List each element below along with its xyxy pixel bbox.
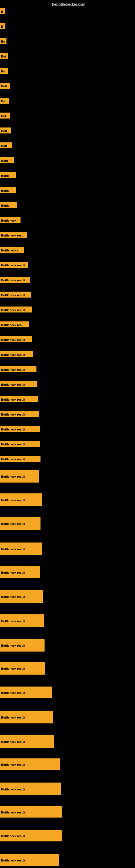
bar-item: Bottl: [0, 157, 14, 163]
bar-label: Bottleneck result: [0, 456, 41, 462]
bar-label: Bottle: [0, 202, 17, 208]
bar-item: Bottleneck result: [0, 470, 39, 483]
bar-item: Bo: [0, 98, 9, 104]
bar-label: Bottleneck result: [0, 307, 32, 312]
bar-label: Bottleneck result: [0, 854, 59, 866]
bar-label: Bottleneck result: [0, 381, 37, 387]
bar-item: Bottleneck result: [0, 782, 61, 795]
bar-label: Bottleneck result: [0, 758, 60, 770]
bar-item: Bottleneck result: [0, 590, 43, 603]
bar-item: Bottleneck result: [0, 351, 33, 357]
bar-item: Bottleneck resu: [0, 321, 29, 328]
bar-label: Bottle: [0, 172, 16, 178]
bar-item: Bott: [0, 143, 12, 148]
bar-item: Bottleneck result: [0, 291, 31, 298]
bar-item: Bot: [0, 113, 10, 119]
bar-item: Bo: [0, 38, 6, 44]
bar-item: Bottleneck result: [0, 758, 60, 770]
bar-item: Bottleneck result: [0, 493, 42, 506]
bar-label: Bottleneck result: [0, 262, 28, 268]
bar-label: Bottleneck result: [0, 517, 41, 530]
bar-label: Bot: [0, 53, 8, 59]
bar-item: Bottleneck resu: [0, 232, 27, 238]
bar-label: Bottleneck result: [0, 711, 53, 723]
bar-label: Bott: [0, 127, 11, 133]
bar-label: B: [0, 8, 5, 14]
bar-label: Bottleneck result: [0, 806, 62, 817]
bar-item: Bottleneck result: [0, 441, 40, 447]
bar-label: Bott: [0, 143, 12, 148]
bar-label: Bottleneck result: [0, 411, 39, 417]
bar-item: Bottleneck result: [0, 854, 59, 866]
bar-item: Bottleneck result: [0, 711, 53, 723]
bar-label: Bottleneck result: [0, 590, 43, 603]
bar-item: Bottleneck: [0, 217, 20, 223]
bar-item: Bottleneck result: [0, 307, 32, 312]
bar-item: Bottleneck result: [0, 662, 45, 675]
bar-item: Bottleneck result: [0, 381, 37, 387]
bar-item: Bottleneck result: [0, 542, 42, 555]
bar-label: Bottleneck result: [0, 735, 54, 748]
bar-item: B: [0, 23, 5, 29]
bar-item: Bottleneck result: [0, 366, 37, 372]
bar-label: Bottleneck result: [0, 639, 45, 652]
bar-label: Bottleneck result: [0, 396, 38, 402]
bar-item: Bottleneck result: [0, 396, 38, 402]
bar-label: Bottleneck result: [0, 493, 42, 506]
bar-item: Bottleneck result: [0, 806, 62, 817]
bar-label: Bottleneck result: [0, 566, 40, 578]
bar-label: Bo: [0, 38, 6, 44]
bar-label: Bottleneck result: [0, 277, 30, 283]
bar-item: Bot: [0, 53, 8, 59]
bar-item: Bottleneck result: [0, 517, 41, 530]
bar-item: Bottleneck result: [0, 614, 44, 627]
bar-label: Bottleneck result: [0, 782, 61, 795]
bar-label: Bottleneck result: [0, 441, 40, 447]
bar-item: Bottleneck result: [0, 639, 45, 652]
bar-item: Bottleneck result: [0, 262, 28, 268]
bar-label: Bottleneck result: [0, 366, 37, 372]
bar-label: Bottleneck resu: [0, 232, 27, 238]
bar-label: Bottleneck result: [0, 830, 62, 841]
bar-item: Bott: [0, 127, 11, 133]
bar-label: Bottleneck resu: [0, 321, 29, 328]
bar-label: Bottle: [0, 187, 16, 193]
bar-item: Bottleneck result: [0, 426, 40, 432]
bar-item: Bottle: [0, 172, 16, 178]
bar-label: Bottleneck: [0, 217, 20, 223]
bar-label: Bott: [0, 83, 10, 89]
bar-label: Bottleneck result: [0, 614, 44, 627]
bar-label: Bottleneck result: [0, 542, 42, 555]
bar-item: Bott: [0, 83, 10, 89]
bar-label: Bottleneck result: [0, 426, 40, 432]
bar-label: Bo: [0, 68, 8, 74]
bar-label: Bottleneck result: [0, 291, 31, 298]
bar-item: Bottleneck r: [0, 247, 24, 253]
bar-label: Bottleneck r: [0, 247, 24, 253]
bar-item: B: [0, 8, 5, 14]
bar-label: Bottl: [0, 157, 14, 163]
bar-label: Bottleneck result: [0, 336, 32, 342]
bar-label: Bottleneck result: [0, 662, 45, 675]
bar-label: Bottleneck result: [0, 470, 39, 483]
bar-label: Bo: [0, 98, 9, 104]
bar-item: Bottleneck result: [0, 686, 52, 698]
bar-label: Bot: [0, 113, 10, 119]
bar-item: Bottle: [0, 202, 17, 208]
bar-label: Bottleneck result: [0, 686, 52, 698]
bar-item: Bottleneck result: [0, 566, 40, 578]
bar-label: B: [0, 23, 5, 29]
bar-item: Bottle: [0, 187, 16, 193]
bar-item: Bottleneck result: [0, 456, 41, 462]
bar-item: Bottleneck result: [0, 411, 39, 417]
bar-item: Bo: [0, 68, 8, 74]
bar-label: Bottleneck result: [0, 351, 33, 357]
site-title: TheBottlenecker.com: [0, 0, 135, 9]
bar-item: Bottleneck result: [0, 277, 30, 283]
bar-item: Bottleneck result: [0, 336, 32, 342]
bar-item: Bottleneck result: [0, 830, 62, 841]
bar-item: Bottleneck result: [0, 735, 54, 748]
